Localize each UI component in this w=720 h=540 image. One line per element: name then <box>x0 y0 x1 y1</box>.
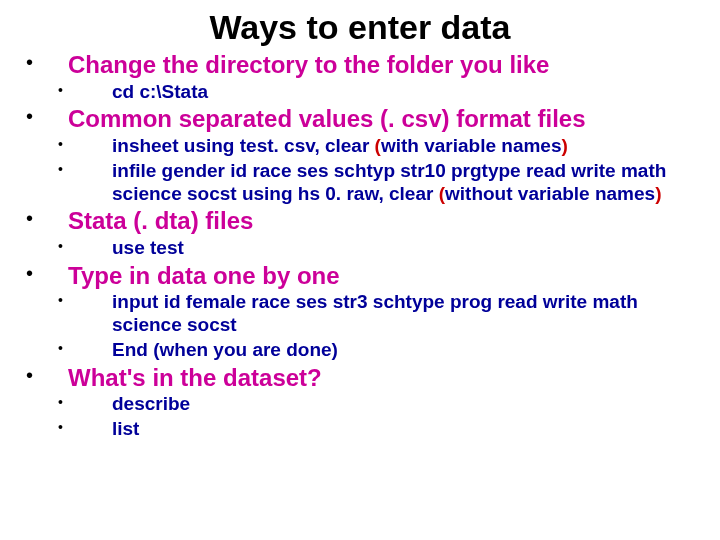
bullet-icon: • <box>58 291 112 311</box>
sub-item-text: insheet using test. csv, clear (with var… <box>112 135 700 158</box>
bullet-icon: • <box>58 339 112 359</box>
section-heading: •Stata (. dta) files <box>20 207 700 235</box>
sub-item-text: describe <box>112 393 700 416</box>
section-heading-text: Change the directory to the folder you l… <box>68 51 700 79</box>
bullet-icon: • <box>58 418 112 438</box>
sub-item-text: End (when you are done) <box>112 339 700 362</box>
sub-item-text: cd c:\Stata <box>112 81 700 104</box>
sub-item: •cd c:\Stata <box>20 81 700 104</box>
bullet-icon: • <box>20 207 68 229</box>
sub-item: •list <box>20 418 700 441</box>
section-heading-text: What's in the dataset? <box>68 364 700 392</box>
bullet-icon: • <box>58 393 112 413</box>
bullet-icon: • <box>20 262 68 284</box>
bullet-icon: • <box>20 105 68 127</box>
sub-item: •describe <box>20 393 700 416</box>
section-heading: •Change the directory to the folder you … <box>20 51 700 79</box>
section-heading-text: Common separated values (. csv) format f… <box>68 105 700 133</box>
bullet-icon: • <box>58 135 112 155</box>
sub-item: •input id female race ses str3 schtype p… <box>20 291 700 337</box>
sub-item-text: infile gender id race ses schtyp str10 p… <box>112 160 700 206</box>
bullet-icon: • <box>58 237 112 257</box>
section-heading: •What's in the dataset? <box>20 364 700 392</box>
sub-item: •End (when you are done) <box>20 339 700 362</box>
section-heading-text: Stata (. dta) files <box>68 207 700 235</box>
slide-title: Ways to enter data <box>20 8 700 47</box>
sub-item: •insheet using test. csv, clear (with va… <box>20 135 700 158</box>
bullet-icon: • <box>20 364 68 386</box>
sub-item-text: input id female race ses str3 schtype pr… <box>112 291 700 337</box>
bullet-icon: • <box>58 160 112 180</box>
slide-body: •Change the directory to the folder you … <box>20 51 700 441</box>
sub-item-text: use test <box>112 237 700 260</box>
section-heading: •Common separated values (. csv) format … <box>20 105 700 133</box>
bullet-icon: • <box>20 51 68 73</box>
section-heading: •Type in data one by one <box>20 262 700 290</box>
bullet-icon: • <box>58 81 112 101</box>
sub-item: •infile gender id race ses schtyp str10 … <box>20 160 700 206</box>
sub-item: •use test <box>20 237 700 260</box>
sub-item-text: list <box>112 418 700 441</box>
section-heading-text: Type in data one by one <box>68 262 700 290</box>
